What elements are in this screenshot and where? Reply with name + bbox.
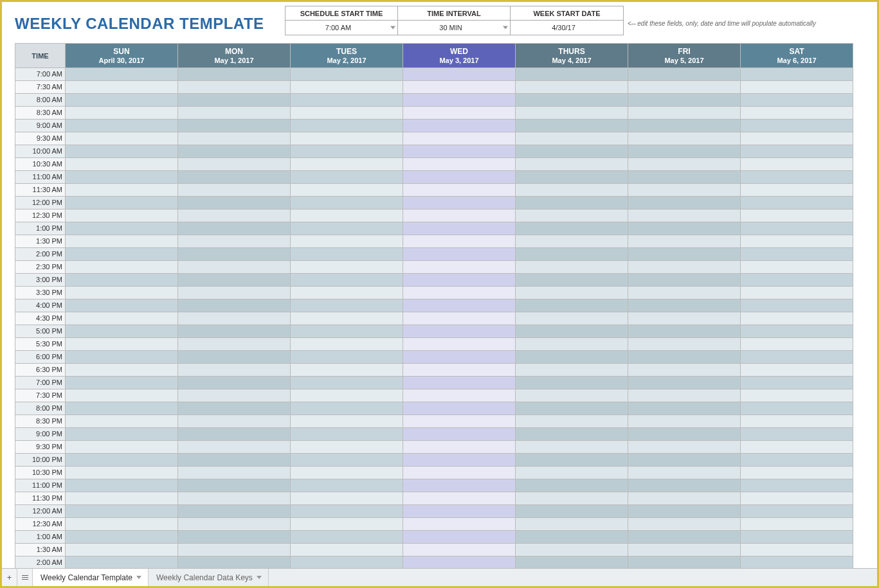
calendar-cell[interactable] <box>741 402 853 415</box>
calendar-cell[interactable] <box>628 158 741 171</box>
calendar-cell[interactable] <box>66 312 178 325</box>
calendar-cell[interactable] <box>516 171 628 184</box>
calendar-cell[interactable] <box>516 557 628 569</box>
calendar-cell[interactable] <box>516 364 628 377</box>
calendar-cell[interactable] <box>403 557 516 569</box>
calendar-cell[interactable] <box>66 158 178 171</box>
calendar-cell[interactable] <box>291 338 403 351</box>
calendar-cell[interactable] <box>628 197 741 209</box>
calendar-cell[interactable] <box>291 235 403 248</box>
calendar-cell[interactable] <box>403 364 516 377</box>
calendar-cell[interactable] <box>66 377 178 389</box>
calendar-cell[interactable] <box>291 544 403 557</box>
calendar-cell[interactable] <box>291 377 403 389</box>
calendar-cell[interactable] <box>66 325 178 338</box>
calendar-cell[interactable] <box>178 299 291 312</box>
calendar-cell[interactable] <box>178 94 291 107</box>
calendar-cell[interactable] <box>291 441 403 454</box>
calendar-cell[interactable] <box>628 544 741 557</box>
calendar-cell[interactable] <box>516 492 628 505</box>
calendar-cell[interactable] <box>403 531 516 544</box>
calendar-cell[interactable] <box>741 389 853 402</box>
calendar-cell[interactable] <box>66 364 178 377</box>
calendar-cell[interactable] <box>403 402 516 415</box>
calendar-cell[interactable] <box>516 544 628 557</box>
calendar-cell[interactable] <box>741 132 853 145</box>
calendar-cell[interactable] <box>741 377 853 389</box>
calendar-cell[interactable] <box>516 312 628 325</box>
calendar-cell[interactable] <box>66 145 178 158</box>
calendar-cell[interactable] <box>66 94 178 107</box>
calendar-cell[interactable] <box>516 531 628 544</box>
calendar-cell[interactable] <box>741 518 853 531</box>
calendar-cell[interactable] <box>291 274 403 287</box>
calendar-cell[interactable] <box>516 441 628 454</box>
calendar-cell[interactable] <box>741 557 853 569</box>
calendar-cell[interactable] <box>66 299 178 312</box>
calendar-cell[interactable] <box>403 428 516 441</box>
sheet-tab-inactive[interactable]: Weekly Calendar Data Keys <box>149 569 269 586</box>
calendar-cell[interactable] <box>291 415 403 428</box>
calendar-cell[interactable] <box>178 492 291 505</box>
calendar-cell[interactable] <box>628 338 741 351</box>
calendar-cell[interactable] <box>628 299 741 312</box>
calendar-cell[interactable] <box>516 415 628 428</box>
calendar-cell[interactable] <box>178 261 291 274</box>
calendar-cell[interactable] <box>741 261 853 274</box>
calendar-cell[interactable] <box>628 505 741 518</box>
calendar-cell[interactable] <box>628 171 741 184</box>
calendar-cell[interactable] <box>178 518 291 531</box>
calendar-cell[interactable] <box>66 415 178 428</box>
calendar-cell[interactable] <box>628 557 741 569</box>
calendar-cell[interactable] <box>741 145 853 158</box>
calendar-cell[interactable] <box>628 531 741 544</box>
calendar-cell[interactable] <box>741 505 853 518</box>
calendar-cell[interactable] <box>178 402 291 415</box>
calendar-cell[interactable] <box>741 479 853 492</box>
calendar-cell[interactable] <box>178 171 291 184</box>
sheet-tab-active[interactable]: Weekly Calendar Template <box>33 569 149 586</box>
calendar-cell[interactable] <box>403 492 516 505</box>
calendar-cell[interactable] <box>516 287 628 299</box>
calendar-cell[interactable] <box>741 531 853 544</box>
calendar-cell[interactable] <box>178 197 291 209</box>
calendar-cell[interactable] <box>628 518 741 531</box>
calendar-cell[interactable] <box>516 402 628 415</box>
calendar-cell[interactable] <box>66 389 178 402</box>
calendar-cell[interactable] <box>516 222 628 235</box>
calendar-cell[interactable] <box>516 68 628 81</box>
calendar-cell[interactable] <box>628 479 741 492</box>
calendar-cell[interactable] <box>178 479 291 492</box>
calendar-cell[interactable] <box>403 415 516 428</box>
calendar-cell[interactable] <box>628 81 741 94</box>
calendar-cell[interactable] <box>628 402 741 415</box>
calendar-cell[interactable] <box>66 441 178 454</box>
calendar-cell[interactable] <box>741 184 853 197</box>
calendar-cell[interactable] <box>66 132 178 145</box>
calendar-cell[interactable] <box>291 312 403 325</box>
calendar-cell[interactable] <box>291 248 403 261</box>
calendar-cell[interactable] <box>628 145 741 158</box>
calendar-cell[interactable] <box>66 544 178 557</box>
calendar-cell[interactable] <box>628 184 741 197</box>
calendar-cell[interactable] <box>516 248 628 261</box>
calendar-cell[interactable] <box>178 132 291 145</box>
calendar-cell[interactable] <box>291 492 403 505</box>
calendar-cell[interactable] <box>403 518 516 531</box>
calendar-cell[interactable] <box>403 81 516 94</box>
calendar-cell[interactable] <box>628 415 741 428</box>
calendar-cell[interactable] <box>178 364 291 377</box>
calendar-cell[interactable] <box>178 158 291 171</box>
calendar-cell[interactable] <box>66 557 178 569</box>
calendar-cell[interactable] <box>628 94 741 107</box>
calendar-cell[interactable] <box>66 454 178 467</box>
calendar-cell[interactable] <box>291 145 403 158</box>
calendar-cell[interactable] <box>178 351 291 364</box>
calendar-cell[interactable] <box>291 158 403 171</box>
calendar-cell[interactable] <box>178 415 291 428</box>
calendar-cell[interactable] <box>741 415 853 428</box>
calendar-cell[interactable] <box>178 274 291 287</box>
calendar-cell[interactable] <box>516 454 628 467</box>
calendar-cell[interactable] <box>66 518 178 531</box>
calendar-cell[interactable] <box>403 209 516 222</box>
